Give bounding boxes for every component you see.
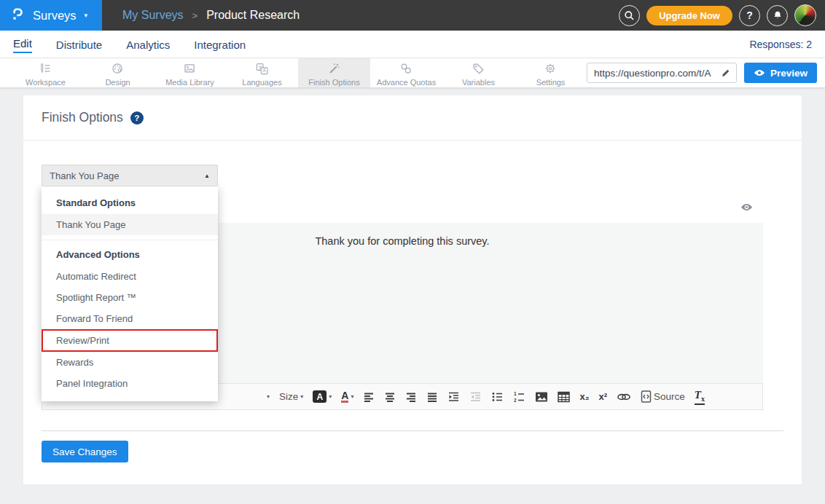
- editor-preview-toggle[interactable]: [740, 202, 753, 215]
- tab-integration[interactable]: Integration: [194, 37, 246, 51]
- numbered-list-button[interactable]: 1 2: [513, 391, 525, 403]
- toolbar-item-advance-quotas[interactable]: Advance Quotas: [370, 58, 442, 87]
- menu-item-review-print[interactable]: Review/Print: [42, 329, 218, 352]
- breadcrumb-current: Product Research: [206, 9, 300, 22]
- chevron-down-icon: ▾: [329, 393, 332, 400]
- notifications-button[interactable]: [767, 5, 788, 26]
- align-left-icon: [363, 391, 375, 403]
- chevron-down-icon: ▾: [351, 393, 353, 400]
- tab-analytics[interactable]: Analytics: [126, 37, 170, 51]
- user-avatar[interactable]: [794, 4, 816, 26]
- justify-button[interactable]: [426, 391, 438, 403]
- insert-table-button[interactable]: [558, 391, 570, 403]
- superscript-icon: x²: [598, 391, 607, 402]
- page-title: Finish Options: [42, 110, 123, 125]
- subscript-button[interactable]: x₂: [579, 391, 589, 402]
- palette-icon: [110, 61, 125, 76]
- breadcrumb-parent[interactable]: My Surveys: [122, 9, 184, 22]
- tag-icon: [471, 61, 486, 76]
- finish-option-menu: Standard Options Thank You Page Advanced…: [42, 186, 218, 401]
- text-color-button[interactable]: A ▾: [341, 391, 353, 403]
- menu-section-standard: Standard Options: [42, 191, 218, 214]
- background-color-icon: A: [313, 390, 327, 403]
- toolbar-item-media-library[interactable]: Media Library: [154, 58, 226, 87]
- menu-item-automatic-redirect[interactable]: Automatic Redirect: [42, 266, 218, 287]
- superscript-button[interactable]: x²: [598, 391, 607, 402]
- insert-link-button[interactable]: [617, 393, 631, 401]
- workspace-icon: [38, 61, 53, 76]
- align-center-icon: [384, 391, 396, 403]
- chevron-up-icon: ▲: [204, 173, 210, 179]
- save-changes-button[interactable]: Save Changes: [42, 441, 128, 462]
- bulleted-list-icon: [491, 391, 504, 403]
- svg-text:1: 1: [514, 391, 517, 396]
- search-button[interactable]: [619, 5, 640, 26]
- menu-divider: [42, 240, 218, 240]
- menu-item-rewards[interactable]: Rewards: [42, 352, 218, 373]
- menu-item-panel-integration[interactable]: Panel Integration: [42, 373, 218, 394]
- numbered-list-icon: 1 2: [513, 391, 525, 403]
- edit-url-button[interactable]: [716, 63, 736, 82]
- top-actions: Upgrade Now ?: [619, 4, 825, 26]
- responses-count[interactable]: Responses: 2: [749, 39, 812, 50]
- surveys-menu[interactable]: Surveys ▾: [0, 0, 102, 31]
- chevron-down-icon: ▾: [300, 393, 303, 400]
- pencil-icon: [721, 68, 731, 78]
- finish-option-select[interactable]: Thank You Page ▲: [42, 165, 218, 186]
- help-badge[interactable]: ?: [130, 111, 144, 125]
- indent-increase-button[interactable]: [447, 391, 460, 403]
- toolbar-item-settings[interactable]: Settings: [515, 58, 587, 87]
- tab-edit[interactable]: Edit: [13, 36, 32, 53]
- preview-button[interactable]: Preview: [744, 63, 817, 83]
- editor-content: Thank you for completing this survey.: [315, 235, 489, 247]
- indent-increase-icon: [447, 391, 460, 403]
- remove-format-button[interactable]: Tx: [695, 389, 705, 405]
- section-tabs: Edit Distribute Analytics Integration Re…: [0, 31, 825, 58]
- finish-options-panel: Finish Options ? Thank You Page ▲ Standa…: [23, 95, 802, 484]
- brand-label: Surveys: [33, 9, 77, 23]
- menu-item-spotlight-report[interactable]: Spotlight Report ™: [42, 287, 218, 308]
- search-icon: [623, 9, 636, 22]
- size-dropdown[interactable]: Size ▾: [279, 391, 303, 402]
- align-center-button[interactable]: [384, 391, 396, 403]
- justify-icon: [426, 391, 438, 403]
- toolbar-item-finish-options[interactable]: Finish Options: [298, 58, 370, 87]
- chain-links-icon: [399, 61, 414, 76]
- background-color-button[interactable]: A ▾: [313, 390, 332, 403]
- align-right-icon: [405, 391, 417, 403]
- menu-item-thank-you-page[interactable]: Thank You Page: [42, 214, 218, 235]
- edit-toolbar: Workspace Design Media Library 文 A Langu…: [0, 58, 825, 88]
- survey-url-group: [587, 63, 737, 83]
- svg-text:2: 2: [514, 397, 517, 402]
- top-bar: Surveys ▾ My Surveys > Product Research …: [0, 0, 825, 31]
- gear-icon: [543, 61, 558, 76]
- link-icon: [617, 393, 631, 401]
- menu-section-advanced: Advanced Options: [42, 243, 218, 266]
- align-right-button[interactable]: [405, 391, 417, 403]
- toolbar-item-languages[interactable]: 文 A Languages: [226, 58, 298, 87]
- toolbar-item-variables[interactable]: Variables: [442, 58, 515, 87]
- survey-url-input[interactable]: [587, 68, 716, 79]
- help-button[interactable]: ?: [739, 5, 760, 26]
- breadcrumb: My Surveys > Product Research: [122, 9, 300, 22]
- bulleted-list-button[interactable]: [491, 391, 504, 403]
- source-button[interactable]: Source: [641, 390, 685, 403]
- tab-distribute[interactable]: Distribute: [56, 37, 102, 51]
- insert-image-button[interactable]: [535, 391, 548, 403]
- insert-image-icon: [535, 391, 548, 403]
- menu-item-forward-to-friend[interactable]: Forward To Friend: [42, 308, 218, 329]
- chevron-down-icon: ▾: [85, 12, 88, 19]
- subscript-icon: x₂: [579, 391, 589, 402]
- upgrade-now-button[interactable]: Upgrade Now: [646, 6, 732, 25]
- question-mark-icon: ?: [134, 114, 139, 122]
- toolbar-item-design[interactable]: Design: [82, 58, 154, 87]
- eye-icon: [740, 202, 753, 212]
- format-dropdown[interactable]: ▾: [267, 393, 270, 400]
- indent-decrease-button[interactable]: [469, 391, 482, 403]
- toolbar-item-workspace[interactable]: Workspace: [9, 58, 82, 87]
- align-left-button[interactable]: [363, 391, 375, 403]
- indent-decrease-icon: [469, 391, 482, 403]
- insert-table-icon: [558, 391, 570, 403]
- chevron-down-icon: ▾: [267, 393, 270, 400]
- bell-icon: [772, 9, 783, 21]
